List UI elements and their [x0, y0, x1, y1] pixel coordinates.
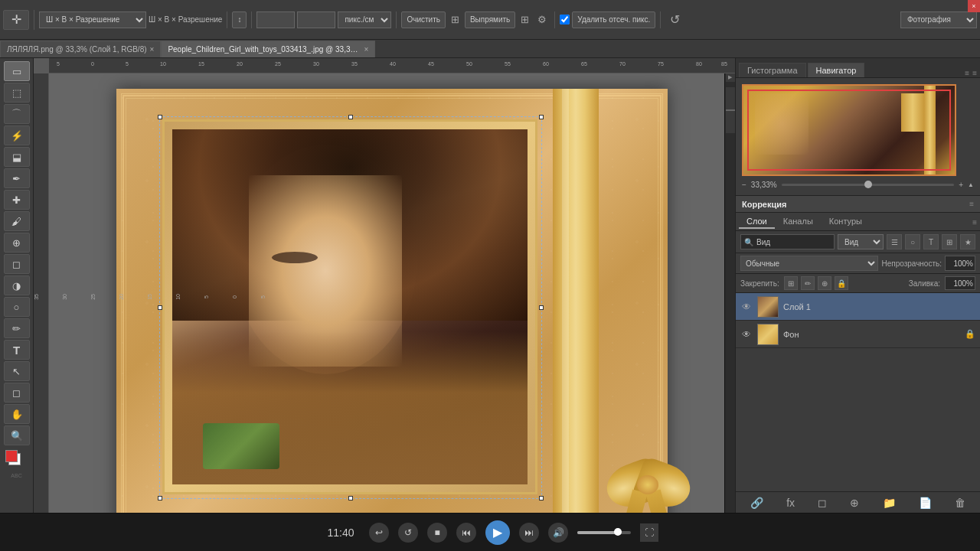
volume-btn[interactable]: 🔊 [548, 523, 568, 543]
height-input[interactable] [297, 11, 335, 28]
add-mask-btn[interactable]: ◻ [818, 497, 827, 509]
filter-type-select[interactable]: Вид [838, 234, 884, 249]
close-window-button[interactable]: × [968, 0, 980, 12]
undo-btn[interactable]: ↺ [665, 12, 684, 27]
tool-mode-select[interactable]: Ш × В × Разрешение [39, 11, 146, 28]
link-layers-btn[interactable]: 🔗 [750, 497, 763, 509]
rewind-to-start-btn[interactable]: ↩ [369, 523, 389, 543]
zoom-in-icon[interactable]: + [959, 181, 963, 189]
selection-tool[interactable]: ▭ [4, 61, 30, 81]
correction-collapse[interactable]: ≡ [969, 200, 974, 208]
fullscreen-btn[interactable]: ⛶ [640, 523, 658, 542]
tab-1-label: People_Children_Girl_with_toys_033413_.j… [168, 45, 361, 54]
ruler-left: 5 0 5 10 15 20 25 30 35 [34, 73, 49, 513]
shape-tool[interactable]: ◻ [4, 383, 30, 403]
layer-icon-btn-5[interactable]: ★ [960, 234, 975, 249]
width-input[interactable] [256, 11, 295, 28]
tab-1-close[interactable]: × [364, 45, 369, 54]
paths-tab[interactable]: Контуры [822, 215, 870, 229]
heal-tool[interactable]: ✚ [4, 190, 30, 210]
right-mini-strip: ◀ ▶ [724, 58, 735, 513]
ruler-mark-65: 65 [581, 61, 587, 67]
dodge-tool[interactable]: ○ [4, 297, 30, 317]
units-select[interactable]: пикс./см [338, 11, 391, 28]
zoom-slider[interactable] [782, 184, 954, 186]
eraser-tool[interactable]: ◻ [4, 254, 30, 274]
marquee-tool[interactable]: ⬚ [4, 83, 30, 103]
lock-artboard-btn[interactable]: ⊕ [818, 276, 831, 290]
layer-icon-btn-4[interactable]: ⊞ [942, 234, 957, 249]
ruler-vert-35: 35 [34, 294, 39, 300]
fill-input[interactable] [945, 276, 975, 290]
ruler-mark-35: 35 [351, 61, 358, 67]
brush-tool[interactable]: 🖌 [4, 211, 30, 231]
layer-icon-btn-1[interactable]: ☰ [887, 234, 902, 249]
crop-tool[interactable]: ⬓ [4, 147, 30, 167]
layers-panel-menu[interactable]: ≡ [972, 217, 977, 227]
layer-icon-btn-3[interactable]: T [923, 234, 939, 249]
ruler-vert-30: 30 [62, 294, 67, 300]
layers-tab[interactable]: Слои [739, 215, 775, 229]
layer-style-btn[interactable]: fx [786, 497, 795, 509]
dimension-group: Ш × В × Разрешение Ш × В × Разрешение [39, 11, 227, 28]
path-select-tool[interactable]: ↖ [4, 361, 30, 381]
gradient-tool[interactable]: ◑ [4, 276, 30, 295]
next-frame-btn[interactable]: ⏭ [519, 523, 539, 543]
prev-frame-btn[interactable]: ⏮ [456, 523, 476, 543]
layer-icon-btn-2[interactable]: ○ [905, 234, 920, 249]
zoom-up-icon[interactable]: ▲ [968, 181, 974, 188]
panel-collapse-btn[interactable]: ≡ [965, 69, 969, 77]
navigator-tab[interactable]: Навигатор [808, 63, 865, 77]
refresh-btn[interactable]: ↺ [398, 523, 418, 543]
new-group-btn[interactable]: 📁 [883, 497, 896, 509]
delete-btn[interactable]: Удалить отсеч. пикс. [572, 11, 655, 28]
lasso-tool[interactable]: ⌒ [4, 104, 30, 124]
layer-row-1[interactable]: 👁 Фон 🔒 [736, 321, 980, 348]
style-select[interactable]: Фотография [900, 11, 977, 28]
adjustment-layer-btn[interactable]: ⊕ [850, 497, 859, 509]
swap-btn[interactable]: ↕ [232, 11, 247, 28]
clear-btn[interactable]: Очистить [401, 11, 446, 28]
stop-btn[interactable]: ■ [427, 523, 447, 543]
move-tool-btn[interactable]: ✛ [3, 10, 29, 30]
align-btn[interactable]: Выпрямить [465, 11, 515, 28]
mini-btn-3[interactable] [726, 87, 735, 133]
volume-slider[interactable] [577, 531, 631, 534]
gear-icon[interactable]: ⚙ [534, 14, 550, 25]
zoom-tool[interactable]: 🔍 [4, 425, 30, 445]
tab-1[interactable]: People_Children_Girl_with_toys_033413_.j… [161, 41, 375, 57]
new-layer-btn[interactable]: 📄 [919, 497, 932, 509]
panel-menu-icon[interactable]: ≡ [972, 69, 977, 77]
stamp-tool[interactable]: ⊕ [4, 233, 30, 253]
pen-tool[interactable]: ✏ [4, 318, 30, 338]
text-tool[interactable]: T [4, 340, 30, 360]
zoom-out-icon[interactable]: − [742, 181, 746, 189]
mini-btn-2[interactable]: ▶ [726, 73, 735, 82]
ruler-mark-70: 70 [619, 61, 626, 67]
channels-tab[interactable]: Каналы [776, 215, 821, 229]
play-btn[interactable]: ▶ [485, 520, 510, 545]
layer-1-visibility[interactable]: 👁 [740, 328, 753, 341]
histogram-tab[interactable]: Гистограмма [739, 63, 806, 77]
tab-0[interactable]: ЛЯЛЯЛЯ.png @ 33,3% (Слой 1, RGB/8) × [0, 41, 161, 57]
lock-pixels-btn[interactable]: ⊞ [784, 276, 798, 290]
layer-search: 🔍 Вид [740, 234, 835, 249]
hand-tool[interactable]: ✋ [4, 404, 30, 424]
ruler-top: 5 0 5 10 15 20 25 30 35 40 45 50 55 60 6… [49, 58, 735, 73]
layer-row-0[interactable]: 👁 Слой 1 [736, 293, 980, 321]
lock-all-btn[interactable]: 🔒 [835, 276, 848, 290]
delete-checkbox[interactable] [560, 15, 570, 24]
tab-0-close[interactable]: × [150, 45, 155, 54]
opacity-input[interactable] [945, 256, 975, 271]
lock-position-btn[interactable]: ✏ [801, 276, 815, 290]
zoom-level-label: 33,33% [751, 181, 777, 189]
delete-layer-btn[interactable]: 🗑 [955, 497, 965, 509]
eyedropper-tool[interactable]: ✒ [4, 168, 30, 188]
blend-mode-select[interactable]: Обычные [740, 256, 878, 271]
nav-zoom-bar: − 33,33% + ▲ [742, 181, 974, 189]
nav-red-box[interactable] [747, 90, 951, 171]
layer-0-visibility[interactable]: 👁 [740, 301, 753, 313]
quick-select-tool[interactable]: ⚡ [4, 126, 30, 145]
foreground-color-swatch[interactable] [5, 450, 18, 462]
layer-1-name: Фон [783, 330, 960, 339]
